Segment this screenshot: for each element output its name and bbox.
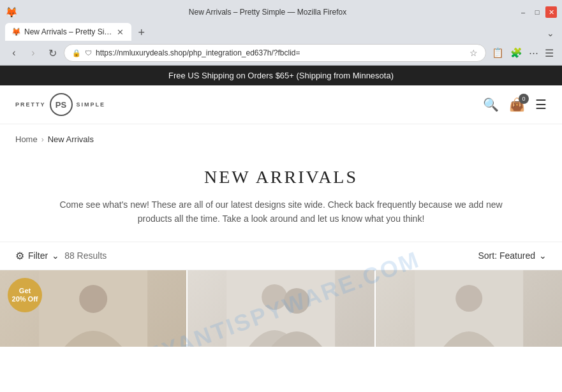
- page-description: Come see what's new! These are all of ou…: [58, 198, 505, 226]
- product-image: [188, 270, 374, 347]
- new-tab-button[interactable]: +: [134, 25, 149, 41]
- tab-close-button[interactable]: ✕: [115, 27, 125, 37]
- search-icon: 🔍: [483, 98, 499, 112]
- site-logo[interactable]: PRETTY PS SIMPLE: [15, 93, 105, 116]
- svg-point-1: [79, 285, 107, 313]
- breadcrumb: Home › New Arrivals: [0, 124, 562, 154]
- logo-circle: PS: [50, 93, 73, 116]
- announcement-text: Free US Shipping on Orders $65+ (Shippin…: [168, 71, 394, 80]
- product-card[interactable]: [376, 270, 562, 347]
- menu-button[interactable]: ☰: [543, 45, 556, 61]
- filter-button[interactable]: ⚙ Filter ⌄: [15, 250, 59, 262]
- breadcrumb-separator: ›: [41, 135, 44, 144]
- tab-label: New Arrivals – Pretty Si…: [24, 27, 112, 36]
- svg-point-3: [262, 284, 287, 310]
- security-icon: 🔒: [72, 49, 81, 57]
- title-bar: 🦊 New Arrivals – Pretty Simple — Mozilla…: [0, 0, 562, 20]
- breadcrumb-current: New Arrivals: [48, 134, 94, 144]
- filter-icon: ⚙: [15, 250, 24, 262]
- page-title: NEW ARRIVALS: [15, 167, 547, 187]
- products-grid: Get 20% Off: [0, 270, 562, 347]
- results-count: 88 Results: [64, 250, 107, 261]
- firefox-icon: 🦊: [5, 6, 18, 18]
- address-input-wrap: 🔒 🛡 https://nmluxurydeals.shop/php_integ…: [64, 44, 486, 62]
- logo-wrap: PRETTY PS SIMPLE: [15, 93, 105, 116]
- forward-button[interactable]: ›: [26, 45, 41, 61]
- logo-simple: SIMPLE: [77, 101, 106, 108]
- site-header: PRETTY PS SIMPLE 🔍 👜 0 ☰: [0, 85, 562, 124]
- product-image: [376, 270, 562, 347]
- more-tools-button[interactable]: ⋯: [527, 45, 540, 61]
- reload-button[interactable]: ↻: [45, 45, 60, 61]
- address-bar: ‹ › ↻ 🔒 🛡 https://nmluxurydeals.shop/php…: [0, 41, 562, 65]
- cart-badge: 0: [519, 94, 529, 104]
- sort-label: Sort: Featured: [478, 250, 536, 261]
- filter-bar: ⚙ Filter ⌄ 88 Results Sort: Featured ⌄: [0, 242, 562, 270]
- minimize-button[interactable]: –: [517, 6, 529, 18]
- product-card[interactable]: Get 20% Off: [0, 270, 186, 347]
- search-button[interactable]: 🔍: [483, 97, 499, 112]
- pocket-button[interactable]: 📋: [490, 45, 506, 61]
- filter-label: Filter: [28, 250, 48, 261]
- svg-point-6: [455, 285, 482, 312]
- close-button[interactable]: ✕: [545, 6, 557, 18]
- maximize-button[interactable]: □: [531, 6, 543, 18]
- tab-list-button[interactable]: ⌄: [544, 25, 557, 41]
- menu-hamburger-button[interactable]: ☰: [535, 97, 547, 112]
- tab-bar: 🦊 New Arrivals – Pretty Si… ✕ + ⌄: [0, 20, 562, 41]
- extensions-button[interactable]: 🧩: [508, 45, 524, 61]
- tab-favicon: 🦊: [11, 27, 20, 36]
- product-badge: Get 20% Off: [8, 278, 42, 312]
- toolbar-icons: 📋 🧩 ⋯ ☰: [490, 45, 556, 61]
- svg-point-4: [284, 288, 309, 314]
- page-content: Free US Shipping on Orders $65+ (Shippin…: [0, 66, 562, 347]
- logo-pretty: PRETTY: [15, 101, 46, 108]
- bookmark-button[interactable]: ☆: [470, 48, 478, 58]
- filter-chevron-icon: ⌄: [52, 250, 59, 261]
- hamburger-icon: ☰: [535, 98, 547, 112]
- page-hero: NEW ARRIVALS Come see what's new! These …: [0, 154, 562, 242]
- breadcrumb-home[interactable]: Home: [15, 134, 38, 144]
- sort-button[interactable]: Sort: Featured ⌄: [478, 250, 547, 261]
- announcement-bar: Free US Shipping on Orders $65+ (Shippin…: [0, 66, 562, 85]
- window-controls: – □ ✕: [517, 6, 557, 18]
- address-text[interactable]: https://nmluxurydeals.shop/php_integrati…: [96, 48, 466, 57]
- header-icons: 🔍 👜 0 ☰: [483, 97, 547, 112]
- active-tab[interactable]: 🦊 New Arrivals – Pretty Si… ✕: [5, 23, 131, 41]
- filter-left: ⚙ Filter ⌄ 88 Results: [15, 250, 107, 262]
- cart-button[interactable]: 👜 0: [509, 97, 525, 112]
- shield-icon: 🛡: [85, 49, 92, 57]
- window-title: New Arrivals – Pretty Simple — Mozilla F…: [18, 8, 517, 17]
- product-card[interactable]: [188, 270, 374, 347]
- back-button[interactable]: ‹: [6, 45, 22, 61]
- sort-chevron-icon: ⌄: [539, 250, 547, 261]
